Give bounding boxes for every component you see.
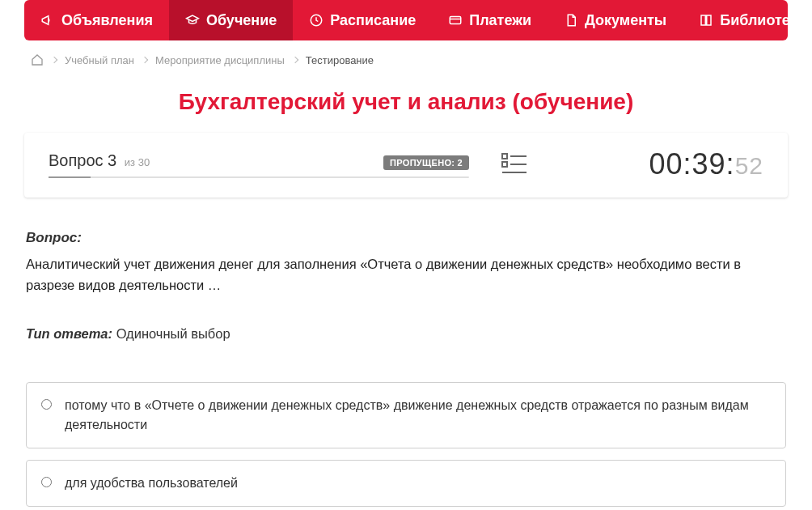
skipped-count: 2 <box>458 158 463 168</box>
skipped-label: ПРОПУЩЕНО: <box>390 158 455 168</box>
answer-option[interactable]: для удобства пользователей <box>26 460 786 507</box>
nav-item-payments[interactable]: Платежи <box>432 0 548 40</box>
chevron-right-icon <box>51 57 57 63</box>
svg-rect-2 <box>502 154 507 159</box>
nav-label: Документы <box>585 12 666 29</box>
graduation-cap-icon <box>185 13 200 28</box>
timer: 00:39:52 <box>560 147 763 181</box>
nav-label: Обучение <box>206 12 277 29</box>
nav-item-documents[interactable]: Документы <box>548 0 683 40</box>
clock-icon <box>309 13 324 28</box>
progress-bar <box>49 176 469 178</box>
nav-item-learning[interactable]: Обучение <box>169 0 293 40</box>
nav-label: Объявления <box>61 12 153 29</box>
top-nav: Объявления Обучение Расписание Платежи <box>24 0 788 40</box>
question-block: Вопрос: Аналитический учет движения дене… <box>24 198 788 507</box>
page-title: Бухгалтерский учет и анализ (обучение) <box>24 89 788 115</box>
book-icon <box>699 13 713 28</box>
svg-rect-3 <box>502 162 507 167</box>
answers-list: потому что в «Отчете о движении денежных… <box>26 382 786 507</box>
question-progress: Вопрос 3 из 30 ПРОПУЩЕНО: 2 <box>49 151 469 178</box>
megaphone-icon <box>40 13 55 28</box>
skipped-badge: ПРОПУЩЕНО: 2 <box>383 155 469 170</box>
breadcrumb-testing: Тестирование <box>306 54 374 66</box>
document-icon <box>564 13 578 28</box>
breadcrumb-study-plan[interactable]: Учебный план <box>65 54 134 66</box>
chevron-right-icon <box>292 57 298 63</box>
card-icon <box>448 13 463 28</box>
question-text: Аналитический учет движения денег для за… <box>26 254 786 295</box>
question-list-icon[interactable] <box>501 152 527 176</box>
answer-type-label: Тип ответа: <box>26 326 112 341</box>
answer-radio[interactable] <box>41 399 52 410</box>
answer-option[interactable]: потому что в «Отчете о движении денежных… <box>26 382 786 448</box>
nav-item-announcements[interactable]: Объявления <box>24 0 169 40</box>
progress-fill <box>49 176 91 178</box>
timer-seconds: 52 <box>735 152 763 179</box>
breadcrumb-discipline-event[interactable]: Мероприятие дисциплины <box>155 54 285 66</box>
chevron-right-icon <box>142 57 148 63</box>
nav-item-schedule[interactable]: Расписание <box>293 0 432 40</box>
nav-item-library[interactable]: Библиотека <box>683 0 812 40</box>
of-word: из <box>125 156 135 168</box>
question-total: 30 <box>138 156 150 168</box>
status-card: Вопрос 3 из 30 ПРОПУЩЕНО: 2 <box>24 133 788 198</box>
question-word: Вопрос <box>49 151 104 169</box>
nav-label: Платежи <box>469 12 531 29</box>
question-label: Вопрос: <box>26 230 786 246</box>
question-counter: Вопрос 3 из 30 <box>49 151 150 170</box>
answer-radio[interactable] <box>41 477 52 487</box>
breadcrumb: Учебный план Мероприятие дисциплины Тест… <box>24 40 788 66</box>
timer-main: 00:39: <box>649 147 735 181</box>
home-icon[interactable] <box>31 53 44 66</box>
answer-type-row: Тип ответа: Одиночный выбор <box>26 326 786 342</box>
answer-type-value: Одиночный выбор <box>116 326 230 341</box>
answer-text: для удобства пользователей <box>65 474 238 493</box>
answer-text: потому что в «Отчете о движении денежных… <box>65 396 771 435</box>
nav-label: Расписание <box>330 12 416 29</box>
question-number: 3 <box>108 151 116 169</box>
svg-rect-1 <box>450 17 461 24</box>
nav-label: Библиотека <box>720 12 806 29</box>
